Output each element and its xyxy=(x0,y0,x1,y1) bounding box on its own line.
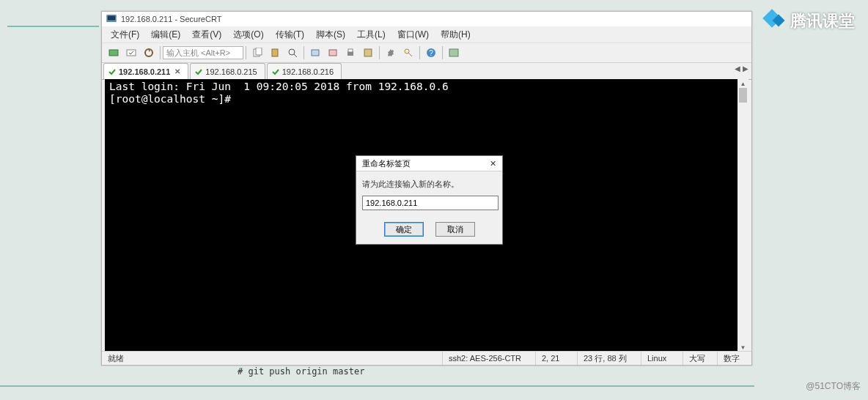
credit-text: @51CTO博客 xyxy=(806,380,861,393)
toolbar-sep xyxy=(246,46,246,59)
tab-close-icon[interactable]: ✕ xyxy=(174,67,180,75)
status-bar: 就绪 ssh2: AES-256-CTR 2, 21 23 行, 88 列 Li… xyxy=(102,351,751,365)
svg-rect-19 xyxy=(449,49,458,56)
tab-label: 192.168.0.216 xyxy=(282,67,334,76)
key-icon[interactable] xyxy=(401,45,416,60)
svg-rect-3 xyxy=(127,50,136,56)
tab-name-input[interactable] xyxy=(362,196,499,210)
tab-session-1[interactable]: 192.168.0.211 ✕ xyxy=(103,63,188,79)
cancel-button[interactable]: 取消 xyxy=(435,222,475,237)
scroll-up-icon[interactable]: ▲ xyxy=(738,79,749,88)
disconnect-icon[interactable] xyxy=(326,45,340,60)
quick-connect-icon[interactable] xyxy=(124,45,139,60)
svg-rect-13 xyxy=(348,49,353,52)
toolbar-sep xyxy=(442,46,443,59)
brand-diamond-icon xyxy=(761,9,786,34)
svg-rect-7 xyxy=(272,49,278,56)
svg-rect-2 xyxy=(109,50,118,56)
status-protocol: ssh2: AES-256-CTR xyxy=(442,352,535,365)
tab-label: 192.168.0.211 xyxy=(119,67,170,76)
decor-line-top xyxy=(7,26,99,27)
menu-edit[interactable]: 编辑(E) xyxy=(145,27,186,42)
toolbar-sep xyxy=(419,46,420,59)
svg-line-16 xyxy=(408,53,412,56)
settings-icon[interactable] xyxy=(383,45,398,60)
dialog-buttons: 确定 取消 xyxy=(356,218,502,244)
dialog-body: 请为此连接输入新的名称。 xyxy=(356,171,502,218)
tab-bar: 192.168.0.211 ✕ 192.168.0.215 192.168.0.… xyxy=(102,63,751,80)
svg-rect-6 xyxy=(256,48,262,55)
vertical-scrollbar[interactable]: ▲ ▼ xyxy=(738,79,749,352)
toolbar-sep xyxy=(379,46,380,59)
caption-text: # git push origin master xyxy=(238,366,364,377)
status-cursor: 2, 21 xyxy=(535,352,577,365)
toolbar: 输入主机 <Alt+R> ? xyxy=(102,43,751,63)
svg-point-8 xyxy=(289,49,295,55)
decor-line-bottom xyxy=(0,385,754,387)
securecrt-window: 192.168.0.211 - SecureCRT 文件(F) 编辑(E) 查看… xyxy=(101,11,752,366)
status-caps: 大写 xyxy=(683,352,717,365)
scroll-thumb[interactable] xyxy=(739,88,747,103)
app-icon xyxy=(106,14,117,24)
svg-line-9 xyxy=(294,54,297,57)
menu-transfer[interactable]: 传输(T) xyxy=(270,27,310,42)
menu-help[interactable]: 帮助(H) xyxy=(435,27,477,42)
paste-icon[interactable] xyxy=(268,45,282,60)
tab-session-2[interactable]: 192.168.0.215 xyxy=(190,63,265,79)
terminal-prompt: [root@localhost ~]# xyxy=(109,93,733,105)
status-size: 23 行, 88 列 xyxy=(577,352,641,365)
reconnect-icon[interactable] xyxy=(141,45,156,60)
dialog-message: 请为此连接输入新的名称。 xyxy=(362,179,496,190)
ok-button[interactable]: 确定 xyxy=(384,222,424,237)
svg-rect-10 xyxy=(312,50,319,56)
menu-bar: 文件(F) 编辑(E) 查看(V) 选项(O) 传输(T) 脚本(S) 工具(L… xyxy=(102,26,751,43)
menu-options[interactable]: 选项(O) xyxy=(227,27,269,42)
brand-text: 腾讯课堂 xyxy=(790,10,855,32)
check-icon xyxy=(272,68,279,75)
status-ready: 就绪 xyxy=(102,352,442,365)
menu-file[interactable]: 文件(F) xyxy=(105,27,145,42)
menu-tools[interactable]: 工具(L) xyxy=(351,27,391,42)
menu-script[interactable]: 脚本(S) xyxy=(310,27,351,42)
svg-rect-1 xyxy=(108,16,116,21)
check-icon xyxy=(195,68,202,75)
print-icon[interactable] xyxy=(343,45,358,60)
connect-icon[interactable] xyxy=(106,45,121,60)
help-icon[interactable]: ? xyxy=(424,45,438,60)
session-manager-icon[interactable] xyxy=(446,45,461,60)
new-session-icon[interactable] xyxy=(308,45,323,60)
dialog-title: 重命名标签页 xyxy=(362,158,411,169)
svg-text:?: ? xyxy=(429,49,433,57)
svg-rect-14 xyxy=(364,49,372,56)
window-title: 192.168.0.211 - SecureCRT xyxy=(121,15,221,23)
status-os: Linux xyxy=(641,352,683,365)
status-num: 数字 xyxy=(717,352,751,365)
dialog-title-bar[interactable]: 重命名标签页 ✕ xyxy=(356,156,502,171)
tab-label: 192.168.0.215 xyxy=(205,67,257,76)
terminal-line: Last login: Fri Jun 1 09:20:05 2018 from… xyxy=(109,81,733,93)
toolbar-sep xyxy=(304,46,304,59)
menu-view[interactable]: 查看(V) xyxy=(186,27,227,42)
close-icon[interactable]: ✕ xyxy=(485,158,501,169)
title-bar[interactable]: 192.168.0.211 - SecureCRT xyxy=(102,12,751,26)
brand-logo: 腾讯课堂 xyxy=(761,9,855,34)
menu-window[interactable]: 窗口(W) xyxy=(391,27,435,42)
tab-navigation[interactable]: ◀ ▶ xyxy=(735,64,749,73)
tab-session-3[interactable]: 192.168.0.216 xyxy=(267,63,342,79)
options-icon[interactable] xyxy=(361,45,375,60)
find-icon[interactable] xyxy=(285,45,300,60)
rename-tab-dialog: 重命名标签页 ✕ 请为此连接输入新的名称。 确定 取消 xyxy=(356,155,503,245)
check-icon xyxy=(108,68,116,75)
toolbar-sep xyxy=(160,46,161,59)
copy-icon[interactable] xyxy=(250,45,265,60)
host-input[interactable]: 输入主机 <Alt+R> xyxy=(163,46,243,59)
svg-rect-11 xyxy=(329,50,336,56)
